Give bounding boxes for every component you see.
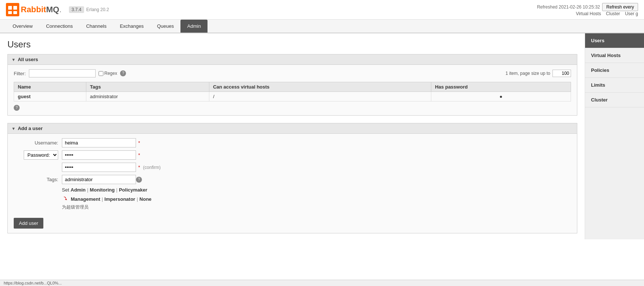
tag-sep-3: | — [102, 196, 103, 202]
filter-input[interactable] — [29, 69, 96, 77]
username-row: Username: * — [14, 138, 571, 147]
erlang-badge: Erlang 20.2 — [86, 7, 109, 12]
tag-impersonator[interactable]: Impersonator — [104, 196, 135, 202]
add-user-section: ▼ Add a user Username: * Password: — [7, 123, 577, 233]
cell-vhosts: / — [209, 92, 431, 102]
sidebar-item-users[interactable]: Users — [585, 33, 644, 48]
refresh-row: Refreshed 2021-02-26 10:25:32 Refresh ev… — [537, 3, 638, 11]
tag-sep-2: | — [116, 187, 117, 193]
nav-overview[interactable]: Overview — [6, 20, 39, 33]
nav-connections[interactable]: Connections — [39, 20, 79, 33]
all-users-section: ▼ All users Filter: Regex ? 1 item, page… — [7, 54, 577, 116]
logo-rabbit: Rabbit — [21, 5, 46, 14]
page-size-input[interactable] — [552, 70, 571, 77]
add-user-title: Add a user — [18, 126, 43, 131]
svg-rect-2 — [13, 6, 17, 10]
version-badge: 3.7.4 — [69, 6, 84, 13]
header: Rabbit MQ . 3.7.4 Erlang 20.2 Refreshed … — [0, 0, 644, 20]
header-links: Virtual Hosts Cluster User g — [576, 11, 638, 16]
username-label: Username: — [14, 140, 62, 146]
all-users-content: Filter: Regex ? 1 item, page size up to — [7, 65, 577, 116]
set-label: Set — [62, 187, 69, 193]
annotation-row: 为超级管理员 — [62, 204, 571, 210]
nav-admin[interactable]: Admin — [180, 20, 208, 33]
sidebar-item-limits[interactable]: Limits — [585, 78, 644, 93]
confirm-label: (confirm) — [143, 165, 160, 170]
username-required-star: * — [138, 140, 140, 146]
annotation-text: 为超级管理员 — [62, 204, 89, 210]
username-input[interactable] — [62, 138, 136, 147]
sidebar: Users Virtual Hosts Policies Limits Clus… — [585, 33, 644, 239]
col-tags: Tags — [86, 82, 209, 92]
tag-policymaker[interactable]: Policymaker — [119, 187, 147, 193]
all-users-title: All users — [18, 57, 38, 62]
toggle-arrow-icon: ▼ — [11, 57, 16, 62]
cluster-link[interactable]: Cluster — [606, 11, 620, 16]
cell-password: ● — [431, 92, 571, 102]
filter-row: Filter: Regex ? 1 item, page size up to — [14, 69, 571, 77]
password-required-star: * — [138, 152, 140, 158]
tag-sep-1: | — [87, 187, 88, 193]
add-user-button[interactable]: Add user — [14, 218, 43, 229]
set-tags-row: Set Admin | Monitoring | Policymaker — [62, 187, 571, 193]
refreshed-text: Refreshed 2021-02-26 10:25:32 — [537, 4, 600, 10]
tags-help-icon[interactable]: ? — [136, 177, 142, 183]
confirm-required-star: * — [138, 164, 140, 170]
logo-mq: MQ — [46, 5, 59, 14]
tag-admin[interactable]: Admin — [71, 187, 86, 193]
cell-name[interactable]: guest — [14, 92, 86, 102]
add-user-button-row: Add user — [14, 214, 571, 229]
arrow-icon — [62, 194, 71, 203]
col-password: Has password — [431, 82, 571, 92]
tags-label: Tags: — [14, 177, 62, 182]
svg-rect-0 — [6, 3, 19, 16]
svg-rect-4 — [13, 11, 17, 14]
sidebar-item-cluster[interactable]: Cluster — [585, 93, 644, 107]
nav-exchanges[interactable]: Exchanges — [113, 20, 150, 33]
regex-label: Regex — [104, 71, 117, 76]
tag-none[interactable]: None — [139, 196, 152, 202]
svg-rect-3 — [8, 11, 12, 14]
header-right: Refreshed 2021-02-26 10:25:32 Refresh ev… — [537, 3, 638, 16]
virtual-hosts-link[interactable]: Virtual Hosts — [576, 11, 601, 16]
users-table: Name Tags Can access virtual hosts Has p… — [14, 82, 571, 102]
svg-rect-1 — [8, 6, 12, 10]
sidebar-item-policies[interactable]: Policies — [585, 63, 644, 78]
all-users-header[interactable]: ▼ All users — [7, 54, 577, 65]
cell-tags: administrator — [86, 92, 209, 102]
col-vhosts: Can access virtual hosts — [209, 82, 431, 92]
password-confirm-row: * (confirm) — [14, 163, 571, 172]
page-size-text: 1 item, page size up to — [505, 71, 550, 76]
user-g-link[interactable]: User g — [625, 11, 638, 16]
set-tags-row2: Management | Impersonator | None — [62, 194, 571, 204]
add-user-toggle-icon: ▼ — [11, 126, 16, 131]
help-icon[interactable]: ? — [120, 70, 126, 76]
regex-checkbox-label[interactable]: Regex — [99, 71, 117, 76]
regex-checkbox[interactable] — [99, 71, 103, 76]
add-user-content: Username: * Password: * — [7, 134, 577, 233]
nav-channels[interactable]: Channels — [79, 20, 113, 33]
logo: Rabbit MQ . — [6, 3, 62, 16]
refresh-button[interactable]: Refresh every — [602, 3, 638, 11]
page-size-info: 1 item, page size up to — [505, 70, 571, 77]
add-user-header[interactable]: ▼ Add a user — [7, 123, 577, 134]
main-nav: Overview Connections Channels Exchanges … — [0, 20, 644, 33]
tag-monitoring[interactable]: Monitoring — [90, 187, 114, 193]
table-row: guest administrator / ● — [14, 92, 571, 102]
page-title: Users — [7, 39, 577, 50]
filter-label: Filter: — [14, 71, 26, 76]
tags-input[interactable] — [62, 175, 136, 184]
logo-period: . — [59, 5, 62, 14]
password-type-select[interactable]: Password: — [24, 150, 58, 160]
table-help-icon[interactable]: ? — [14, 105, 20, 111]
sidebar-item-virtual-hosts[interactable]: Virtual Hosts — [585, 48, 644, 63]
tag-sep-4: | — [137, 196, 138, 202]
password-confirm-input[interactable] — [62, 163, 136, 172]
tag-management[interactable]: Management — [71, 196, 100, 202]
nav-queues[interactable]: Queues — [150, 20, 181, 33]
tags-row: Tags: ? — [14, 175, 571, 184]
password-input[interactable] — [62, 150, 136, 160]
col-name: Name — [14, 82, 86, 92]
password-row: Password: * — [14, 150, 571, 160]
content-area: Users ▼ All users Filter: Regex ? — [0, 33, 585, 239]
